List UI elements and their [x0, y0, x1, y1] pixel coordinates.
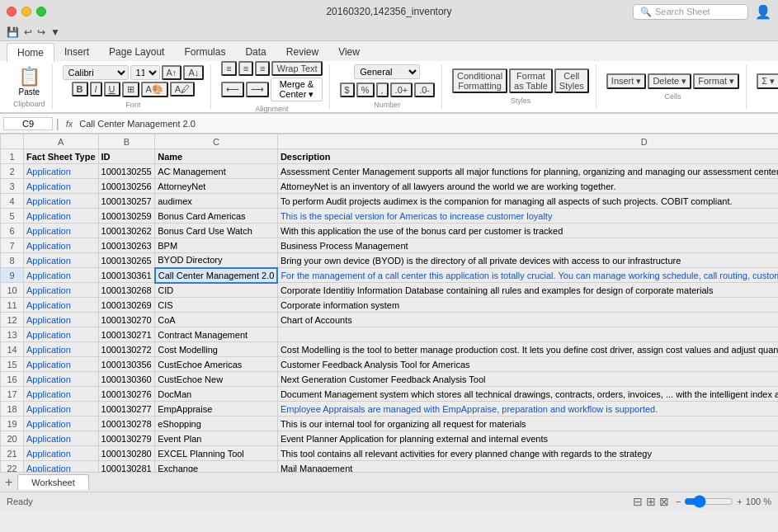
cell-d7[interactable]: Business Process Management: [277, 238, 778, 253]
cell-c3[interactable]: AttorneyNet: [155, 179, 278, 194]
cell-a12[interactable]: Application: [24, 313, 99, 327]
font-size-select[interactable]: 11: [130, 65, 160, 80]
cell-c15[interactable]: CustEchoe Americas: [155, 357, 278, 372]
search-box[interactable]: 🔍 Search Sheet: [633, 4, 748, 20]
increase-font-btn[interactable]: A↑: [162, 65, 182, 80]
zoom-slider[interactable]: [684, 495, 733, 508]
cell-b13[interactable]: 1000130271: [98, 327, 155, 342]
menu-icon[interactable]: ▼: [50, 26, 60, 38]
cell-c13[interactable]: Contract Management: [155, 327, 278, 342]
cell-b6[interactable]: 1000130262: [98, 224, 155, 238]
tab-formulas[interactable]: Formulas: [174, 43, 235, 61]
col-header-b[interactable]: B: [98, 134, 155, 149]
decrease-font-btn[interactable]: A↓: [183, 65, 204, 80]
cell-d13[interactable]: [277, 327, 778, 342]
cell-b2[interactable]: 1000130255: [98, 164, 155, 179]
cell-c22[interactable]: Exchange: [155, 461, 278, 473]
cell-d18[interactable]: Employee Appraisals are managed with Emp…: [277, 402, 778, 417]
cell-c9[interactable]: Call Center Management 2.0: [155, 268, 278, 283]
cell-a20[interactable]: Application: [24, 431, 99, 446]
cell-d6[interactable]: With this application the use of the bon…: [277, 224, 778, 238]
cell-b20[interactable]: 1000130279: [98, 431, 155, 446]
cell-c12[interactable]: CoA: [155, 313, 278, 327]
cell-c5[interactable]: Bonus Card Americas: [155, 209, 278, 224]
cell-a16[interactable]: Application: [24, 372, 99, 387]
cell-c16[interactable]: CustEchoe New: [155, 372, 278, 387]
cell-b11[interactable]: 1000130269: [98, 298, 155, 313]
cell-d16[interactable]: Next Generation Customer Feedback Analys…: [277, 372, 778, 387]
align-center-btn[interactable]: ≡: [238, 61, 253, 76]
underline-btn[interactable]: U: [104, 82, 120, 97]
cell-styles-btn[interactable]: CellStyles: [554, 68, 589, 93]
percent-btn[interactable]: %: [356, 82, 375, 97]
cell-a1[interactable]: Fact Sheet Type: [24, 149, 99, 164]
font-color-btn[interactable]: A🖊: [170, 82, 195, 97]
border-btn[interactable]: ⊞: [122, 82, 139, 97]
cell-a5[interactable]: Application: [24, 209, 99, 224]
cell-b12[interactable]: 1000130270: [98, 313, 155, 327]
cell-b18[interactable]: 1000130277: [98, 402, 155, 417]
cell-c20[interactable]: Event Plan: [155, 431, 278, 446]
cell-d3[interactable]: AttorneyNet is an inventory of all lawye…: [277, 179, 778, 194]
cell-a4[interactable]: Application: [24, 194, 99, 209]
cell-d15[interactable]: Customer Feedback Analysis Tool for Amer…: [277, 357, 778, 372]
decimal-increase-btn[interactable]: .0+: [390, 82, 413, 97]
format-btn[interactable]: Format ▾: [693, 73, 739, 89]
cell-b17[interactable]: 1000130276: [98, 387, 155, 402]
cell-d1[interactable]: Description: [277, 149, 778, 164]
tab-review[interactable]: Review: [276, 43, 328, 61]
cell-c14[interactable]: Cost Modelling: [155, 342, 278, 357]
align-left-btn[interactable]: ≡: [221, 61, 236, 76]
cell-a2[interactable]: Application: [24, 164, 99, 179]
insert-btn[interactable]: Insert ▾: [606, 73, 647, 89]
italic-btn[interactable]: I: [90, 82, 102, 97]
font-family-select[interactable]: Calibri: [63, 65, 129, 80]
bold-btn[interactable]: B: [72, 82, 88, 97]
cell-d8[interactable]: Bring your own device (BYOD) is the dire…: [277, 253, 778, 268]
wrap-text-btn[interactable]: Wrap Text: [271, 61, 322, 76]
col-header-d[interactable]: D: [277, 134, 778, 149]
cell-c8[interactable]: BYOD Directory: [155, 253, 278, 268]
minimize-button[interactable]: [21, 7, 31, 16]
cell-d2[interactable]: Assessment Center Management supports al…: [277, 164, 778, 179]
merge-center-btn[interactable]: Merge & Center ▾: [271, 78, 322, 101]
zoom-out-icon[interactable]: −: [676, 497, 681, 506]
cell-c1[interactable]: Name: [155, 149, 278, 164]
cell-d21[interactable]: This tool contains all relevant activiti…: [277, 446, 778, 461]
cell-a17[interactable]: Application: [24, 387, 99, 402]
number-format-select[interactable]: General: [354, 64, 420, 79]
tab-page-layout[interactable]: Page Layout: [99, 43, 174, 61]
fill-color-btn[interactable]: A🎨: [141, 82, 168, 97]
tab-home[interactable]: Home: [7, 43, 54, 62]
cell-a13[interactable]: Application: [24, 327, 99, 342]
paste-button[interactable]: 📋 Paste: [18, 66, 40, 97]
page-layout-view-icon[interactable]: ⊞: [646, 495, 656, 508]
cell-a10[interactable]: Application: [24, 283, 99, 298]
cell-a6[interactable]: Application: [24, 224, 99, 238]
formula-input[interactable]: [79, 119, 775, 129]
col-header-c[interactable]: C: [155, 134, 278, 149]
cell-d12[interactable]: Chart of Accounts: [277, 313, 778, 327]
cell-b7[interactable]: 1000130263: [98, 238, 155, 253]
cell-b19[interactable]: 1000130278: [98, 417, 155, 431]
cell-b1[interactable]: ID: [98, 149, 155, 164]
cell-c4[interactable]: audimex: [155, 194, 278, 209]
cell-b10[interactable]: 1000130268: [98, 283, 155, 298]
cell-c11[interactable]: CIS: [155, 298, 278, 313]
cell-d5[interactable]: This is the special version for Americas…: [277, 209, 778, 224]
cell-c18[interactable]: EmpAppraise: [155, 402, 278, 417]
cell-a15[interactable]: Application: [24, 357, 99, 372]
cell-d11[interactable]: Corporate information system: [277, 298, 778, 313]
cell-b14[interactable]: 1000130272: [98, 342, 155, 357]
col-header-a[interactable]: A: [24, 134, 99, 149]
cell-a19[interactable]: Application: [24, 417, 99, 431]
currency-btn[interactable]: $: [340, 82, 355, 97]
cell-b22[interactable]: 1000130281: [98, 461, 155, 473]
undo-icon[interactable]: ↩: [24, 26, 32, 38]
cell-a8[interactable]: Application: [24, 253, 99, 268]
tab-insert[interactable]: Insert: [54, 43, 99, 61]
cell-c17[interactable]: DocMan: [155, 387, 278, 402]
normal-view-icon[interactable]: ⊟: [633, 495, 643, 508]
cell-d10[interactable]: Corporate Identitiy Information Database…: [277, 283, 778, 298]
cell-d17[interactable]: Document Management system which stores …: [277, 387, 778, 402]
